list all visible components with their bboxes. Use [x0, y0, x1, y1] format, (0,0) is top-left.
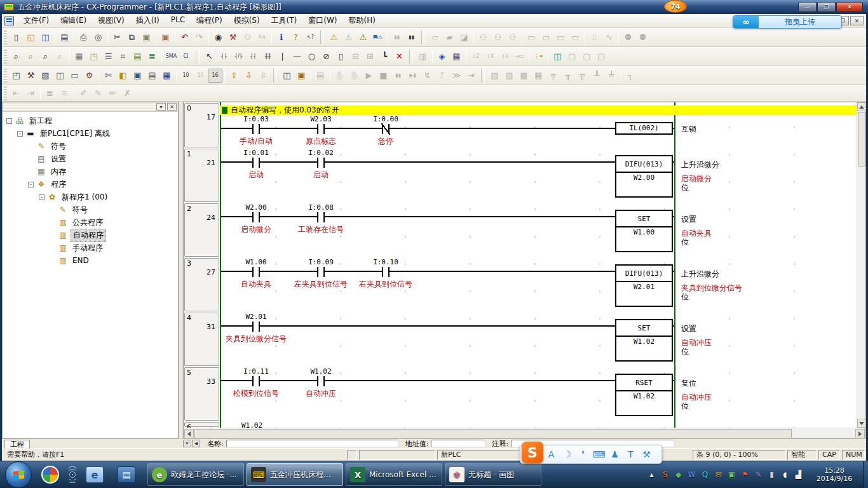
ladder-contact[interactable]: I:0.01启动 [221, 149, 291, 180]
tree-expander-icon[interactable]: - [17, 131, 23, 137]
menu-item[interactable]: 插入(I) [130, 13, 165, 28]
flag-tray-icon[interactable]: ⚑ [739, 470, 751, 479]
tree-item[interactable]: -▥END [3, 254, 178, 267]
usb-tray-icon[interactable]: ▮ [766, 470, 778, 479]
ladder-contact[interactable]: I:0.09左夹具到位信号 [286, 258, 356, 290]
sogou-tray-icon[interactable]: S [659, 470, 671, 479]
menu-item[interactable]: 编程(P) [191, 13, 228, 28]
menu-item[interactable]: 帮助(H) [343, 13, 381, 28]
rung-body[interactable]: DIFU(013)W2.01 W1.00自动夹具I:0.09左夹具到位信号I:0… [220, 257, 674, 312]
rung-number-cell[interactable]: 533 [184, 367, 219, 421]
mdi-close-button[interactable]: ✕ [850, 16, 864, 25]
line-corner-icon[interactable]: ┗ [377, 50, 392, 64]
paste-special-icon[interactable]: ▣ [158, 30, 173, 44]
sogou-browser-launcher[interactable] [37, 463, 64, 486]
ime-fullhalf-icon[interactable]: ☽ [559, 449, 575, 459]
rung-body[interactable]: SETW1.02 W2.01夹具到位微分信号 [220, 312, 674, 367]
io-comment-icon[interactable]: ⌗ [116, 50, 130, 64]
tree-item[interactable]: -✎符号 [3, 140, 178, 152]
cross-reference-icon[interactable]: ✄ [101, 69, 116, 83]
watch-window-icon[interactable]: ◫ [550, 50, 565, 64]
tree-expander-icon[interactable]: - [6, 118, 12, 124]
properties-icon[interactable]: ⚙ [82, 69, 97, 83]
word-tray-icon[interactable]: W [686, 470, 698, 479]
tree-expander-icon[interactable]: - [28, 182, 34, 187]
qq-tray-icon[interactable]: Q [699, 470, 711, 479]
toolbar-grip[interactable] [4, 69, 7, 83]
print-icon[interactable]: ⎙ [76, 30, 91, 44]
hex-16-icon[interactable]: 16 [208, 69, 222, 83]
instruction-box[interactable]: DIFU(013)W2.01 [615, 264, 673, 307]
zoom-out-icon[interactable]: ⌕ [38, 50, 53, 64]
tree-panel-pin-icon[interactable]: ▾ [156, 103, 166, 111]
pen-tray-icon[interactable]: ✎ [752, 470, 764, 479]
instruction-box[interactable]: DIFU(013)W2.00 [615, 155, 673, 198]
ladder-contact-nc[interactable]: I:0.00急停 [351, 115, 421, 147]
rung-number-cell[interactable]: 121 [184, 149, 219, 202]
taskbar-clock[interactable]: 15:28 2014/9/16 [810, 466, 859, 483]
delete-line-icon[interactable]: ✕ [392, 50, 407, 64]
data-calendar-icon[interactable]: ▦ [449, 50, 464, 64]
menu-item[interactable]: PLC [165, 13, 191, 28]
tree-item[interactable]: -❖程序 [3, 178, 178, 191]
ie-browser-launcher[interactable]: e [81, 463, 108, 486]
taskbar-window-button[interactable]: e欧姆龙工控论坛 -... [147, 463, 244, 486]
contact-or-no-icon[interactable]: ┤┤ [246, 50, 261, 64]
tray-expand-icon[interactable]: ▴ [646, 470, 658, 479]
tree-item[interactable]: -▥手动程序 [3, 241, 178, 254]
ladder-contact[interactable]: W2.03原点标志 [286, 115, 356, 147]
contact-no-icon[interactable]: ┤├ [217, 50, 231, 64]
ime-mode-icon[interactable]: A [543, 449, 559, 459]
copy-icon[interactable]: ⧉ [125, 30, 139, 44]
ladder-contact[interactable]: I:0.08工装存在信号 [286, 203, 356, 235]
quicklaunch-grip[interactable] [69, 465, 76, 484]
rung-number-cell[interactable]: 224 [184, 203, 219, 257]
rung-body[interactable]: W1.02 [220, 421, 674, 428]
menu-item[interactable]: 窗口(W) [302, 13, 342, 28]
replace-icon[interactable]: ⚒ [226, 30, 240, 44]
local-symbol-icon[interactable]: ◧ [116, 69, 130, 83]
scroll-left-icon[interactable] [184, 429, 194, 438]
info-icon[interactable]: ℹ [274, 30, 288, 44]
data-stack-icon[interactable]: ◈ [435, 50, 449, 64]
start-button[interactable] [5, 461, 32, 488]
tree-panel-close-icon[interactable]: ✕ [167, 103, 177, 111]
undo-icon[interactable]: ↶ [177, 30, 192, 44]
section-list-icon[interactable]: ▣ [130, 69, 145, 83]
context-help-icon[interactable]: ↖? [303, 30, 318, 44]
ladder-contact[interactable]: W2.01夹具到位微分信号 [221, 313, 291, 344]
rung-number-cell[interactable]: 6 [184, 422, 219, 427]
menu-item[interactable]: 视图(V) [92, 13, 130, 28]
tree-item[interactable]: -✎符号 [3, 203, 178, 216]
symbol-tree-icon[interactable]: ≣ [145, 50, 159, 64]
media-player-launcher[interactable]: ▤ [113, 463, 140, 486]
rung-number-cell[interactable]: 017 [184, 103, 219, 147]
print-preview-icon[interactable]: ◎ [91, 30, 105, 44]
decimal-10-icon[interactable]: 10 [179, 69, 193, 83]
ime-toolbox-icon[interactable]: ⚒ [639, 449, 654, 459]
download-arrow-icon[interactable]: ⇩ [241, 69, 256, 83]
ladder-contact[interactable]: I:0.11松模到位信号 [221, 367, 291, 399]
instruction-box[interactable]: SETW1.02 [615, 319, 673, 362]
cascade-window-icon[interactable]: ◰ [9, 69, 24, 83]
compile-warning-icon[interactable]: ⚠ [327, 30, 341, 44]
build-tool-icon[interactable]: ⚒ [24, 69, 38, 83]
instruction-box[interactable]: SETW1.00 [615, 210, 673, 252]
tree-item[interactable]: -▥自动程序 [3, 229, 178, 241]
scroll-right-icon[interactable] [855, 429, 865, 438]
shield-tray-icon[interactable]: ▣ [726, 470, 738, 479]
maximize-button[interactable]: ❐ [817, 2, 836, 12]
menu-item[interactable]: 模拟(S) [228, 13, 266, 28]
compile-check-icon[interactable]: ▤ [57, 30, 72, 44]
vertical-line-icon[interactable]: | [275, 50, 290, 64]
upload-arrow-icon[interactable]: ⇧ [227, 69, 241, 83]
dialog-list-icon[interactable]: ▤ [145, 69, 159, 83]
drag-upload-button[interactable]: ∞ 拖曳上传 [733, 15, 842, 29]
list-view-icon[interactable]: ☰ [101, 50, 116, 64]
horizontal-line-icon[interactable]: — [290, 50, 304, 64]
name-input[interactable] [226, 440, 399, 447]
io-bit-icon[interactable]: ▦ [159, 69, 174, 83]
ladder-contact[interactable]: W1.00自动夹具 [221, 258, 291, 290]
menu-item[interactable]: 编辑(E) [55, 13, 92, 28]
horizontal-scroll-thumb[interactable] [194, 429, 792, 438]
